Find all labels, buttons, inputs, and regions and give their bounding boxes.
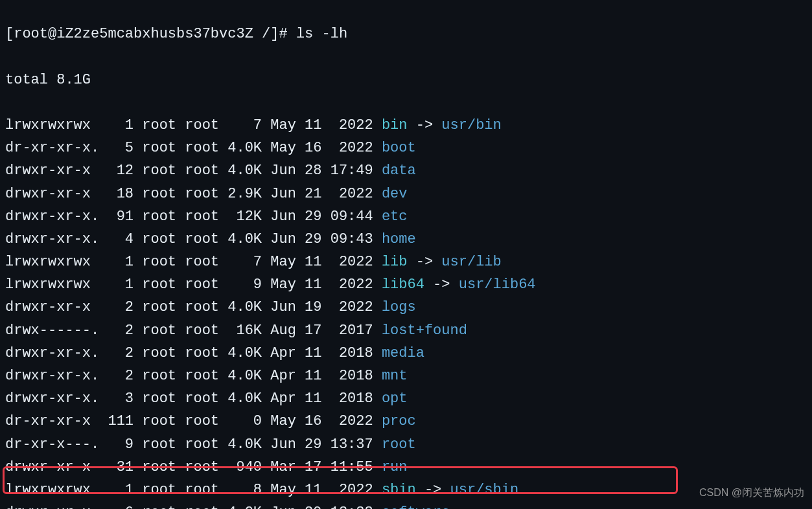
link-target: usr/sbin	[450, 482, 519, 498]
terminal-output[interactable]: [root@iZ2ze5mcabxhusbs37bvc3Z /]# ls -lh…	[0, 0, 812, 509]
list-item: dr-xr-x---. 9 root root 4.0K Jun 29 13:3…	[5, 433, 807, 456]
file-name: home	[382, 231, 416, 247]
link-target: usr/lib64	[459, 277, 536, 293]
file-name: data	[382, 163, 416, 179]
list-item: drwxr-xr-x 2 root root 4.0K Jun 19 2022 …	[5, 296, 807, 319]
list-item: lrwxrwxrwx 1 root root 8 May 11 2022 sbi…	[5, 479, 807, 501]
file-name: bin	[382, 117, 408, 133]
file-name: mnt	[382, 368, 408, 384]
file-name: opt	[382, 390, 408, 407]
list-item: drwxr-xr-x 6 root root 4.0K Jun 29 13:38…	[5, 501, 807, 509]
file-name: lost+found	[382, 322, 467, 339]
file-name: root	[382, 436, 416, 453]
file-name: proc	[382, 413, 416, 429]
list-item: dr-xr-xr-x. 5 root root 4.0K May 16 2022…	[5, 137, 807, 159]
link-target: usr/lib	[441, 254, 501, 270]
list-item: drwxr-xr-x. 4 root root 4.0K Jun 29 09:4…	[5, 228, 807, 251]
list-item: lrwxrwxrwx 1 root root 7 May 11 2022 bin…	[5, 114, 807, 137]
list-item: lrwxrwxrwx 1 root root 9 May 11 2022 lib…	[5, 273, 807, 296]
file-name: logs	[382, 299, 416, 315]
file-name: lib	[382, 254, 408, 270]
file-name: software	[382, 504, 450, 509]
file-name: boot	[382, 140, 416, 156]
prompt-line: [root@iZ2ze5mcabxhusbs37bvc3Z /]# ls -lh	[5, 23, 807, 45]
total-line: total 8.1G	[5, 69, 807, 91]
file-name: etc	[382, 209, 408, 225]
list-item: drwxr-xr-x 18 root root 2.9K Jun 21 2022…	[5, 183, 807, 205]
list-item: lrwxrwxrwx 1 root root 7 May 11 2022 lib…	[5, 251, 807, 273]
list-item: drwxr-xr-x. 91 root root 12K Jun 29 09:4…	[5, 205, 807, 228]
link-target: usr/bin	[441, 117, 501, 133]
file-name: sbin	[382, 482, 416, 498]
list-item: drwxr-xr-x 31 root root 940 Mar 17 11:55…	[5, 456, 807, 479]
watermark: CSDN @闭关苦炼内功	[699, 484, 804, 501]
list-item: drwx------. 2 root root 16K Aug 17 2017 …	[5, 319, 807, 342]
list-item: dr-xr-xr-x 111 root root 0 May 16 2022 p…	[5, 410, 807, 433]
list-item: drwxr-xr-x 12 root root 4.0K Jun 28 17:4…	[5, 159, 807, 182]
list-item: drwxr-xr-x. 2 root root 4.0K Apr 11 2018…	[5, 342, 807, 365]
list-item: drwxr-xr-x. 2 root root 4.0K Apr 11 2018…	[5, 365, 807, 387]
file-name: media	[382, 345, 424, 361]
file-listing: lrwxrwxrwx 1 root root 7 May 11 2022 bin…	[5, 114, 807, 509]
file-name: dev	[382, 186, 408, 202]
file-name: run	[382, 459, 408, 475]
file-name: lib64	[382, 277, 424, 293]
list-item: drwxr-xr-x. 3 root root 4.0K Apr 11 2018…	[5, 387, 807, 410]
